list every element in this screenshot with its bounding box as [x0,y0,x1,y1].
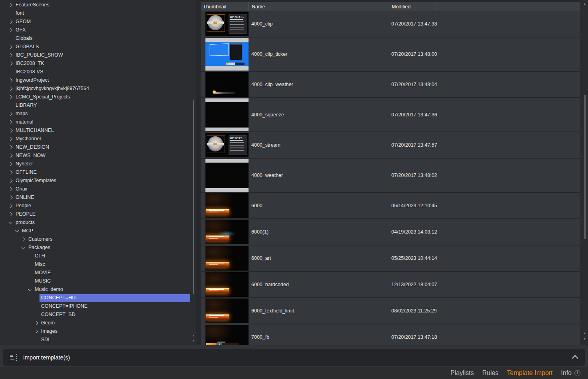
tree-scrollbar[interactable]: ▲ ▼ [191,0,196,345]
tree-item-concept-sd[interactable]: CONCEPT=SD [0,310,196,319]
tree-item-ingwordproject[interactable]: IngwordProject [0,76,196,84]
name-cell: 4000_weather [249,159,389,192]
table-row[interactable]: 7000_fb07/20/2017 13:47:18 [201,324,580,345]
tree-item-ibc2008-vs[interactable]: IBC2008-VS [0,68,196,76]
tree-item-geom[interactable]: Geom [0,319,196,327]
tree-item-sdi[interactable]: SDI [0,336,196,344]
tree-item-customers[interactable]: Customers [0,235,196,244]
tree-item-jkjhfcjgcvhgvkhgvkjhvkj89767564[interactable]: jkjhfcjgcvhgvkhgvkjhvkj89767564 [0,84,196,93]
scroll-up-icon[interactable]: ▲ [581,332,588,335]
column-header-thumbnail[interactable]: Thumbnail [201,2,249,11]
table-row[interactable]: UP NEXT...4000_stream07/20/2017 13:47:57 [201,132,580,159]
tab-rules[interactable]: Rules [482,369,499,377]
column-header-modified[interactable]: Modified [389,2,436,11]
tree-item-geom[interactable]: GEOM [0,18,196,26]
tree-item-gfx[interactable]: GFX [0,26,196,34]
tree-item-featurescenes[interactable]: FeatureScenes [0,1,196,9]
scroll-up-icon[interactable]: ▲ [191,334,196,337]
tree-item-concept-iphone[interactable]: CONCEPT=IPHONE [0,302,196,310]
template-name: 4000_stream [251,142,280,148]
tree-item-lcmo-special-projects[interactable]: LCMO_Special_Projects [0,93,196,101]
thumb-part-line [230,140,243,141]
tree-item-olympictemplates[interactable]: OlympicTemplates [0,177,196,185]
tree-item-news-now[interactable]: NEWS_NOW [0,151,196,160]
scroll-up-icon[interactable]: ▲ [581,2,588,6]
tree-item-ibc2008-tk[interactable]: IBC2008_TK [0,59,196,68]
tree-item-people[interactable]: People [0,202,196,210]
thumbnail-cell [201,193,249,218]
thumb-part-up-panel: UP NEXT... [229,14,247,34]
tree-item-ibc-public-show[interactable]: IBC_PUBLIC_SHOW [0,51,196,59]
modified-cell: 07/20/2017 13:47:36 [389,98,449,132]
tree-item-online[interactable]: ONLINE [0,193,196,202]
table-row[interactable]: 4000_clip_weather07/20/2017 13:48:04 [201,72,580,98]
tree-item-globals[interactable]: Globals [0,34,196,43]
modified-cell: 07/20/2017 13:48:02 [389,159,449,192]
scroll-down-icon[interactable]: ▼ [581,338,588,341]
table-scrollbar-thumb[interactable] [584,95,586,239]
tree-scrollbar-thumb[interactable] [193,100,194,294]
tree-item-music-demo[interactable]: Music_demo [0,285,196,294]
tree-item-font[interactable]: font [0,9,196,18]
tree-item-label: GLOBALS [16,44,39,49]
tree-item-globals[interactable]: GLOBALS [0,43,196,51]
tree-item-nyheter[interactable]: Nyheter [0,160,196,168]
template-modified-date: 07/20/2017 13:48:02 [391,173,437,178]
tree-item-label-wrap: OlympicTemplates [14,177,190,185]
thumbnail-cell [201,245,249,271]
table-row[interactable]: 6000_art05/25/2023 10:44:14 [201,245,580,272]
column-header-label: Name [252,4,265,10]
scroll-down-icon[interactable]: ▼ [191,339,196,342]
tree-item-new-design[interactable]: NEW_DESIGN [0,143,196,151]
tree-item-images[interactable]: Images [0,327,196,336]
empty-cell [449,245,580,271]
thumbnail-cell [201,219,249,245]
thumb-upnext-text: UP NEXT... [230,137,246,139]
table-row[interactable]: 6000_hardcoded12/13/2022 18:04:07 [201,272,580,298]
table-row[interactable]: UP NEXT...4000_clip07/20/2017 13:47:38 [201,11,580,37]
tab-template-import[interactable]: Template Import [507,369,553,377]
table-row[interactable]: 4000_weather07/20/2017 13:48:02 [201,159,580,193]
table-scrollbar[interactable]: ▲ ▲ ▼ [581,0,588,345]
modified-cell: 07/20/2017 13:48:00 [389,37,449,71]
tree-item-maps[interactable]: maps [0,110,196,118]
tree-item-packages[interactable]: Packages [0,244,196,252]
tree-item-products[interactable]: products [0,218,196,227]
column-header-name[interactable]: Name [249,2,389,11]
tree-item-music[interactable]: MUSIC [0,277,196,285]
table-row[interactable]: 4000_squeeze07/20/2017 13:47:36 [201,98,580,132]
collapse-panel-button[interactable] [570,353,579,362]
tree-item-offline[interactable]: OFFLINE [0,168,196,177]
tree-item-material[interactable]: material [0,118,196,126]
tree-item-label: Globals [16,35,32,41]
import-templates-button[interactable]: Import template(s) [3,349,585,366]
modified-cell: 07/20/2017 13:47:57 [389,132,449,158]
tree-item-concept-hd[interactable]: CONCEPT=HD [0,294,196,302]
table-row[interactable]: 4000_clip_ticker07/20/2017 13:48:00 [201,37,580,72]
tree-item-multichannel[interactable]: MULTICHANNEL [0,126,196,135]
thumbnail-image: UP NEXT... [205,133,249,157]
tree-item-label-wrap: IngwordProject [14,77,190,84]
thumb-part-up-disc [208,15,223,30]
table-row[interactable]: 6000_textfield_limit08/02/2023 11:25:29 [201,298,580,324]
table-row[interactable]: 6000(1)04/19/2023 14:03:12 [201,219,580,245]
template-name: 4000_clip [251,21,273,27]
tree-item-misc[interactable]: Misc [0,260,196,269]
tree-item-label-wrap: GEOM [14,18,190,26]
name-cell: 4000_clip_weather [249,72,389,97]
import-templates-label: Import template(s) [23,354,70,361]
name-cell: 4000_clip [249,11,389,37]
table-row[interactable]: 600006/14/2023 12:10:45 [201,193,580,219]
tree-item-cth[interactable]: CTH [0,252,196,260]
tree-item-library[interactable]: LIBRARY [0,101,196,110]
tree-item-onair[interactable]: Onair [0,185,196,193]
tree-item-movie[interactable]: MOVIE [0,269,196,277]
tree-item-mcp[interactable]: MCP [0,227,196,235]
tab-info[interactable]: Infoi [561,369,580,377]
tree-item-mychannel[interactable]: MyChannel [0,135,196,143]
tab-playlists[interactable]: Playlists [450,369,474,377]
tree-item-people[interactable]: PEOPLE [0,210,196,218]
tree-item-label: material [16,119,33,125]
tree-item-label-wrap: Customers [27,236,190,243]
column-header-empty[interactable] [436,2,580,11]
